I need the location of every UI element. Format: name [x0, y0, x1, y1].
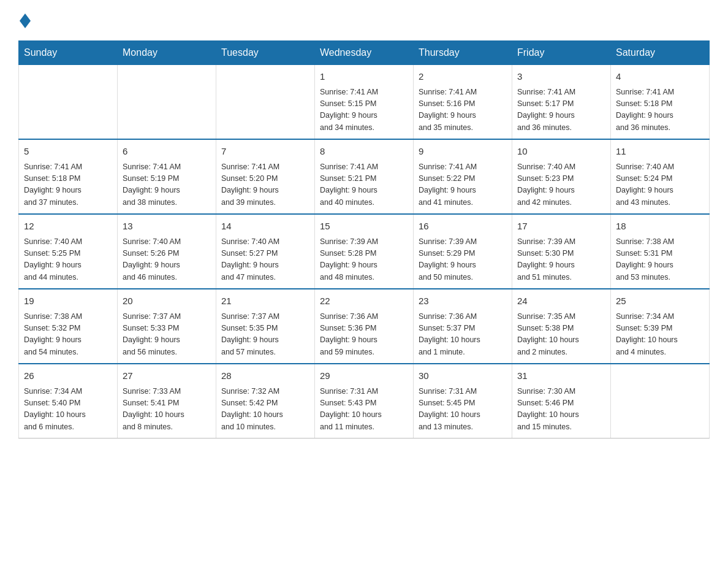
calendar-header-row: SundayMondayTuesdayWednesdayThursdayFrid…: [19, 41, 710, 65]
day-number: 6: [123, 145, 211, 159]
day-header-tuesday: Tuesday: [216, 41, 315, 65]
day-number: 2: [419, 70, 507, 84]
calendar-cell: 28Sunrise: 7:32 AMSunset: 5:42 PMDayligh…: [216, 364, 315, 439]
calendar-cell: [118, 65, 216, 140]
day-number: 20: [123, 294, 211, 308]
calendar-cell: 2Sunrise: 7:41 AMSunset: 5:16 PMDaylight…: [414, 65, 512, 140]
day-info: Sunrise: 7:31 AMSunset: 5:45 PMDaylight:…: [419, 386, 507, 434]
calendar-cell: 31Sunrise: 7:30 AMSunset: 5:46 PMDayligh…: [512, 364, 611, 439]
day-number: 28: [221, 369, 309, 383]
calendar-cell: 22Sunrise: 7:36 AMSunset: 5:36 PMDayligh…: [315, 289, 414, 364]
calendar-week-2: 5Sunrise: 7:41 AMSunset: 5:18 PMDaylight…: [19, 139, 710, 214]
day-number: 23: [419, 294, 507, 308]
day-info: Sunrise: 7:41 AMSunset: 5:21 PMDaylight:…: [320, 161, 408, 209]
day-info: Sunrise: 7:41 AMSunset: 5:17 PMDaylight:…: [517, 86, 605, 134]
day-number: 10: [517, 145, 605, 159]
day-number: 18: [616, 220, 704, 234]
day-number: 12: [24, 220, 112, 234]
day-info: Sunrise: 7:31 AMSunset: 5:43 PMDaylight:…: [320, 386, 408, 434]
calendar-cell: 5Sunrise: 7:41 AMSunset: 5:18 PMDaylight…: [19, 139, 118, 214]
day-number: 17: [517, 220, 605, 234]
day-info: Sunrise: 7:39 AMSunset: 5:28 PMDaylight:…: [320, 236, 408, 284]
calendar-cell: 29Sunrise: 7:31 AMSunset: 5:43 PMDayligh…: [315, 364, 414, 439]
day-info: Sunrise: 7:35 AMSunset: 5:38 PMDaylight:…: [517, 311, 605, 359]
day-number: 25: [616, 294, 704, 308]
day-info: Sunrise: 7:37 AMSunset: 5:35 PMDaylight:…: [221, 311, 309, 359]
day-info: Sunrise: 7:41 AMSunset: 5:19 PMDaylight:…: [123, 161, 211, 209]
day-number: 3: [517, 70, 605, 84]
day-number: 31: [517, 369, 605, 383]
calendar-cell: 10Sunrise: 7:40 AMSunset: 5:23 PMDayligh…: [512, 139, 611, 214]
day-number: 16: [419, 220, 507, 234]
calendar-cell: 12Sunrise: 7:40 AMSunset: 5:25 PMDayligh…: [19, 214, 118, 289]
day-info: Sunrise: 7:41 AMSunset: 5:18 PMDaylight:…: [616, 86, 704, 134]
page-header: [18, 12, 710, 28]
calendar-cell: 24Sunrise: 7:35 AMSunset: 5:38 PMDayligh…: [512, 289, 611, 364]
day-info: Sunrise: 7:38 AMSunset: 5:32 PMDaylight:…: [24, 311, 112, 359]
calendar-cell: 26Sunrise: 7:34 AMSunset: 5:40 PMDayligh…: [19, 364, 118, 439]
calendar-cell: 20Sunrise: 7:37 AMSunset: 5:33 PMDayligh…: [118, 289, 216, 364]
day-number: 27: [123, 369, 211, 383]
day-header-thursday: Thursday: [414, 41, 512, 65]
calendar-cell: 27Sunrise: 7:33 AMSunset: 5:41 PMDayligh…: [118, 364, 216, 439]
calendar-cell: [611, 364, 710, 439]
day-number: 19: [24, 294, 112, 308]
calendar-cell: 14Sunrise: 7:40 AMSunset: 5:27 PMDayligh…: [216, 214, 315, 289]
calendar-cell: 3Sunrise: 7:41 AMSunset: 5:17 PMDaylight…: [512, 65, 611, 140]
calendar-week-3: 12Sunrise: 7:40 AMSunset: 5:25 PMDayligh…: [19, 214, 710, 289]
day-info: Sunrise: 7:34 AMSunset: 5:39 PMDaylight:…: [616, 311, 704, 359]
calendar-week-1: 1Sunrise: 7:41 AMSunset: 5:15 PMDaylight…: [19, 65, 710, 140]
calendar-cell: 19Sunrise: 7:38 AMSunset: 5:32 PMDayligh…: [19, 289, 118, 364]
day-info: Sunrise: 7:39 AMSunset: 5:29 PMDaylight:…: [419, 236, 507, 284]
day-number: 1: [320, 70, 408, 84]
day-info: Sunrise: 7:40 AMSunset: 5:23 PMDaylight:…: [517, 161, 605, 209]
day-number: 5: [24, 145, 112, 159]
day-number: 4: [616, 70, 704, 84]
day-header-friday: Friday: [512, 41, 611, 65]
day-info: Sunrise: 7:39 AMSunset: 5:30 PMDaylight:…: [517, 236, 605, 284]
day-header-monday: Monday: [118, 41, 216, 65]
calendar-week-5: 26Sunrise: 7:34 AMSunset: 5:40 PMDayligh…: [19, 364, 710, 439]
day-info: Sunrise: 7:34 AMSunset: 5:40 PMDaylight:…: [24, 386, 112, 434]
calendar-cell: 8Sunrise: 7:41 AMSunset: 5:21 PMDaylight…: [315, 139, 414, 214]
calendar-table: SundayMondayTuesdayWednesdayThursdayFrid…: [18, 40, 710, 439]
calendar-cell: 4Sunrise: 7:41 AMSunset: 5:18 PMDaylight…: [611, 65, 710, 140]
day-info: Sunrise: 7:36 AMSunset: 5:37 PMDaylight:…: [419, 311, 507, 359]
day-info: Sunrise: 7:40 AMSunset: 5:25 PMDaylight:…: [24, 236, 112, 284]
calendar-week-4: 19Sunrise: 7:38 AMSunset: 5:32 PMDayligh…: [19, 289, 710, 364]
day-number: 7: [221, 145, 309, 159]
day-number: 30: [419, 369, 507, 383]
calendar-cell: 21Sunrise: 7:37 AMSunset: 5:35 PMDayligh…: [216, 289, 315, 364]
calendar-cell: 23Sunrise: 7:36 AMSunset: 5:37 PMDayligh…: [414, 289, 512, 364]
day-number: 13: [123, 220, 211, 234]
day-info: Sunrise: 7:40 AMSunset: 5:26 PMDaylight:…: [123, 236, 211, 284]
day-info: Sunrise: 7:37 AMSunset: 5:33 PMDaylight:…: [123, 311, 211, 359]
calendar-cell: 15Sunrise: 7:39 AMSunset: 5:28 PMDayligh…: [315, 214, 414, 289]
calendar-cell: 7Sunrise: 7:41 AMSunset: 5:20 PMDaylight…: [216, 139, 315, 214]
day-info: Sunrise: 7:41 AMSunset: 5:18 PMDaylight:…: [24, 161, 112, 209]
day-info: Sunrise: 7:30 AMSunset: 5:46 PMDaylight:…: [517, 386, 605, 434]
calendar-cell: 18Sunrise: 7:38 AMSunset: 5:31 PMDayligh…: [611, 214, 710, 289]
calendar-cell: 17Sunrise: 7:39 AMSunset: 5:30 PMDayligh…: [512, 214, 611, 289]
day-info: Sunrise: 7:41 AMSunset: 5:22 PMDaylight:…: [419, 161, 507, 209]
day-header-wednesday: Wednesday: [315, 41, 414, 65]
day-info: Sunrise: 7:41 AMSunset: 5:15 PMDaylight:…: [320, 86, 408, 134]
calendar-cell: 25Sunrise: 7:34 AMSunset: 5:39 PMDayligh…: [611, 289, 710, 364]
day-number: 24: [517, 294, 605, 308]
day-info: Sunrise: 7:40 AMSunset: 5:24 PMDaylight:…: [616, 161, 704, 209]
day-header-sunday: Sunday: [19, 41, 118, 65]
day-info: Sunrise: 7:38 AMSunset: 5:31 PMDaylight:…: [616, 236, 704, 284]
day-info: Sunrise: 7:41 AMSunset: 5:20 PMDaylight:…: [221, 161, 309, 209]
calendar-cell: 6Sunrise: 7:41 AMSunset: 5:19 PMDaylight…: [118, 139, 216, 214]
day-info: Sunrise: 7:36 AMSunset: 5:36 PMDaylight:…: [320, 311, 408, 359]
day-info: Sunrise: 7:40 AMSunset: 5:27 PMDaylight:…: [221, 236, 309, 284]
day-number: 15: [320, 220, 408, 234]
calendar-cell: 16Sunrise: 7:39 AMSunset: 5:29 PMDayligh…: [414, 214, 512, 289]
calendar-cell: [216, 65, 315, 140]
day-info: Sunrise: 7:33 AMSunset: 5:41 PMDaylight:…: [123, 386, 211, 434]
day-number: 26: [24, 369, 112, 383]
day-number: 29: [320, 369, 408, 383]
day-number: 8: [320, 145, 408, 159]
logo: [18, 12, 31, 28]
day-header-saturday: Saturday: [611, 41, 710, 65]
